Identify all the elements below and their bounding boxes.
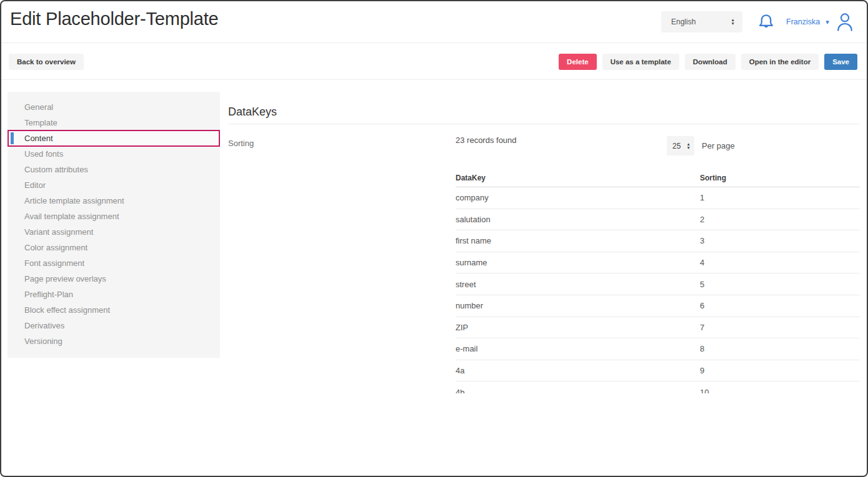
select-arrows-icon: ▲▼ <box>731 18 735 26</box>
sorting-cell: 5 <box>700 280 860 289</box>
save-button[interactable]: Save <box>824 54 857 70</box>
per-page-value: 25 <box>672 142 681 150</box>
user-avatar-icon <box>835 11 855 32</box>
table-row: street 5 <box>456 273 860 295</box>
sidebar-item-article-template-assignment[interactable]: Article template assignment <box>7 193 220 209</box>
active-indicator-bar <box>11 132 14 144</box>
select-arrows-icon: ▲▼ <box>687 142 691 150</box>
sidebar-item-page-preview-overlays[interactable]: Page preview overlays <box>7 271 220 287</box>
sidebar-item-used-fonts[interactable]: Used fonts <box>7 146 220 162</box>
sidebar-item-versioning[interactable]: Versioning <box>7 333 220 349</box>
toolbar-divider <box>1 79 867 80</box>
app-window: Edit Placeholder-Template English ▲▼ Fra… <box>0 0 868 477</box>
header-divider <box>1 42 867 43</box>
datakey-cell: salutation <box>456 215 700 224</box>
sorting-cell: 6 <box>700 301 860 310</box>
records-found-text: 23 records found <box>456 135 517 145</box>
sidebar-item-font-assignment[interactable]: Font assignment <box>7 255 220 271</box>
back-to-overview-button[interactable]: Back to overview <box>9 54 84 70</box>
table-row: 4a 9 <box>456 360 860 382</box>
caret-down-icon: ▾ <box>826 19 829 26</box>
sidebar-item-avail-template-assignment[interactable]: Avail template assignment <box>7 209 220 224</box>
settings-sidebar: General Template Content Used fonts Cust… <box>7 92 220 358</box>
datakey-cell: 4b <box>456 388 700 393</box>
sorting-cell: 3 <box>700 236 860 245</box>
user-name: Franziska <box>786 17 820 26</box>
sidebar-item-variant-assignment[interactable]: Variant assignment <box>7 224 220 240</box>
table-header-row: DataKey Sorting <box>456 169 860 187</box>
sorting-cell: 9 <box>700 366 860 375</box>
section-heading: DataKeys <box>228 106 277 119</box>
table-row: surname 4 <box>456 252 860 274</box>
datakey-cell: company <box>456 193 700 202</box>
table-row: first name 3 <box>456 230 860 252</box>
datakey-cell: e-mail <box>456 344 700 353</box>
sidebar-item-content-active[interactable]: Content <box>7 130 220 147</box>
sorting-cell: 7 <box>700 323 860 332</box>
use-as-template-button[interactable]: Use as a template <box>602 54 679 70</box>
user-menu[interactable]: Franziska ▾ <box>786 11 855 32</box>
sorting-cell: 1 <box>700 193 860 202</box>
page-title: Edit Placeholder-Template <box>10 9 219 29</box>
download-button[interactable]: Download <box>685 54 736 70</box>
table-row: ZIP 7 <box>456 317 860 339</box>
sorting-field-label: Sorting <box>228 139 254 148</box>
datakeys-table: DataKey Sorting company 1 salutation 2 f… <box>456 169 860 393</box>
datakey-cell: surname <box>456 258 700 267</box>
datakey-cell: first name <box>456 236 700 245</box>
sidebar-item-label: Content <box>24 134 53 143</box>
column-header-sorting: Sorting <box>700 174 860 182</box>
sidebar-item-template[interactable]: Template <box>7 115 220 130</box>
datakey-cell: ZIP <box>456 323 700 332</box>
per-page-select[interactable]: 25 ▲▼ <box>667 136 694 155</box>
table-row: number 6 <box>456 295 860 317</box>
column-header-datakey: DataKey <box>456 174 700 182</box>
heading-divider <box>228 124 860 124</box>
sidebar-item-preflight-plan[interactable]: Preflight-Plan <box>7 287 220 302</box>
sorting-cell: 8 <box>700 344 860 353</box>
sorting-cell: 4 <box>700 258 860 267</box>
sidebar-item-editor[interactable]: Editor <box>7 177 220 193</box>
datakey-cell: 4a <box>456 366 700 375</box>
table-row: salutation 2 <box>456 209 860 231</box>
datakey-cell: street <box>456 280 700 289</box>
table-row: company 1 <box>456 187 860 209</box>
sidebar-item-block-effect-assignment[interactable]: Block effect assignment <box>7 302 220 318</box>
datakey-cell: number <box>456 301 700 310</box>
language-select-value: English <box>671 17 696 26</box>
notifications-bell-icon[interactable] <box>756 12 776 32</box>
per-page-label: Per page <box>702 141 735 150</box>
open-in-editor-button[interactable]: Open in the editor <box>741 54 819 70</box>
sorting-cell: 10 <box>700 388 860 393</box>
sorting-cell: 2 <box>700 215 860 224</box>
sidebar-item-custom-attributes[interactable]: Custom attributes <box>7 162 220 177</box>
table-row: 4b 10 <box>456 381 860 393</box>
toolbar-actions: Delete Use as a template Download Open i… <box>559 54 857 70</box>
sidebar-item-color-assignment[interactable]: Color assignment <box>7 240 220 255</box>
language-select[interactable]: English ▲▼ <box>661 11 742 32</box>
delete-button[interactable]: Delete <box>559 54 597 70</box>
table-row: e-mail 8 <box>456 338 860 360</box>
sidebar-item-derivatives[interactable]: Derivatives <box>7 318 220 333</box>
sidebar-item-general[interactable]: General <box>7 99 220 115</box>
